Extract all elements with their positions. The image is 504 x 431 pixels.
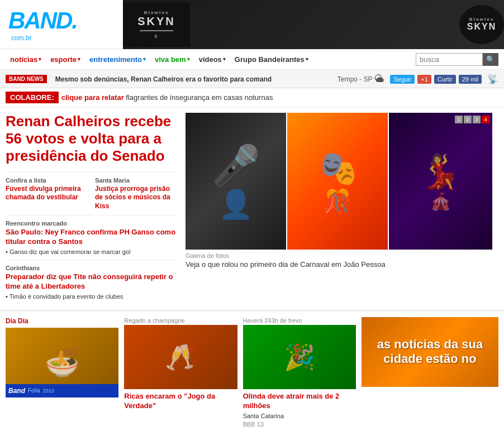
bbb-label: BBB 13 [243,421,356,428]
bottom-story-title-3[interactable]: Olinda deve atrair mais de 2 milhões [243,392,356,411]
chevron-down-icon: ▾ [306,56,308,62]
medium-sub-1: • Ganso diz que vai comemorar se marcar … [6,248,179,255]
social-buttons: Seguir +1 Curtir 29 mil [390,75,482,84]
gallery-label: Galeria de fotos [186,252,498,259]
main-headline[interactable]: Renan Calheiros recebe 56 votos e volta … [6,113,179,165]
gallery-photo-concert[interactable]: 🎤 👤 [186,113,286,250]
gallery-nav: 1 2 3 4 [455,116,489,123]
medium-story-1: Reencontro marcado São Paulo: Ney Franco… [6,215,179,255]
chevron-down-icon: ▾ [39,56,41,62]
gallery-grid: 🎤 👤 🎭 🎊 💃 🎪 [186,113,498,250]
bottom-col-champagne: Regado a champagne 🥂 Ricas encaram o "Jo… [124,317,237,428]
medium-title-2[interactable]: Preparador diz que Tite não conseguirá r… [6,272,179,291]
gallery-caption: Galeria de fotos Veja o que rolou no pri… [186,252,498,269]
weather-widget: Tempo - SP 🌥 [337,73,385,85]
gallery-dot-3[interactable]: 3 [473,116,481,123]
bottom-story-title-2[interactable]: Ricas encaram o "Jogo da Verdade" [124,392,237,411]
facebook-curtir-button[interactable]: Curtir [434,75,456,84]
gallery-dot-1[interactable]: 1 [455,116,463,123]
right-column: 🎤 👤 🎭 🎊 💃 🎪 [186,113,498,304]
colabore-badge: COLABORE: [6,92,59,103]
gallery-dot-4[interactable]: 4 [482,116,489,123]
gallery-container: 🎤 👤 🎭 🎊 💃 🎪 [186,113,498,269]
bottom-story-label-2: Regado a champagne [124,317,237,324]
bandnews-badge: BAND NEWS [6,75,47,83]
nav-grupo[interactable]: Grupo Bandeirantes▾ [230,55,313,64]
gallery-title[interactable]: Veja o que rolou no primeiro dia de Carn… [186,260,498,269]
sub-story-1: Confira a lista Fuvest divulga primeira … [6,177,89,211]
colabore-text: clique para relatar flagrantes de insegu… [61,93,273,102]
ad-skyn-right: Blowtex SKYN [459,5,504,44]
bottom-section-label-1: Dia Dia [6,317,118,325]
news-ticker: BAND NEWS Mesmo sob denúncias, Renan Cal… [0,70,504,88]
logo[interactable]: BAND. [8,7,115,34]
twitter-follow-button[interactable]: Seguir [390,75,415,84]
colabore-bar: COLABORE: clique para relatar flagrantes… [0,88,504,107]
search-area: 🔍 [416,53,498,66]
story-label-1: Confira a lista [6,177,89,184]
logo-sub: com.br [11,34,115,42]
nav: notícias▾ esporte▾ entretenimento▾ viva … [0,49,504,70]
nav-noticias[interactable]: notícias▾ [6,55,46,64]
medium-label-1: Reencontro marcado [6,220,179,227]
bottom-photo-party[interactable]: 🥂 [124,325,237,389]
ad-banner[interactable]: Blowtex SKYN 6 Blowtex SKYN [123,0,504,49]
gallery-photo-carnival[interactable]: 🎭 🎊 [287,113,388,250]
bottom-story-label-3: Haverá 243h de frevo [243,317,356,324]
sub-story-2: Santa Maria Justiça prorroga prisão de s… [95,177,179,211]
search-input[interactable] [416,53,483,66]
story-title-1[interactable]: Fuvest divulga primeira chamada do vesti… [6,185,89,202]
medium-sub-2: • Timão é convidado para evento de clube… [6,293,179,300]
nav-videos[interactable]: vídeos▾ [194,55,230,64]
bottom-col-diad: Dia Dia 🍜 Band Folia 2013 [6,317,118,428]
gallery-photo-dance[interactable]: 💃 🎪 1 2 3 4 [389,113,492,250]
story-title-2[interactable]: Justiça prorroga prisão de sócios e músi… [95,185,179,211]
nav-vivabem[interactable]: viva bem▾ [150,55,194,64]
chevron-down-icon: ▾ [78,56,80,62]
nav-entretenimento[interactable]: entretenimento▾ [85,55,150,64]
bottom-section: Dia Dia 🍜 Band Folia 2013 Regado a champ… [0,310,504,431]
medium-title-1[interactable]: São Paulo: Ney Franco confirma PH Ganso … [6,228,179,247]
ad-skyn: Blowtex SKYN 6 Blowtex SKYN [123,0,504,49]
nav-esporte[interactable]: esporte▾ [46,55,85,64]
rss-icon[interactable]: 📡 [487,74,498,84]
gallery-dot-2[interactable]: 2 [464,116,472,123]
bottom-story-sub-3: Santa Catarina [243,413,356,419]
weather-icon: 🌥 [374,73,384,85]
search-button[interactable]: 🔍 [483,53,498,66]
ad-skyn-left: Blowtex SKYN 6 [123,2,190,47]
medium-story-2: Corinthians Preparador diz que Tite não … [6,260,179,300]
left-column: Renan Calheiros recebe 56 votos e volta … [6,113,179,304]
story-label-2: Santa Maria [95,177,179,184]
ticker-text: Mesmo sob denúncias, Renan Calheiros era… [55,75,332,83]
gplus-button[interactable]: +1 [417,75,431,84]
ad-brand-right: SKYN [467,22,496,32]
sub-story-row: Confira a lista Fuvest divulga primeira … [6,172,179,211]
bottom-photo-carnival[interactable]: 🎉 [243,325,356,389]
logo-area: BAND. com.br [0,2,123,47]
colabore-link[interactable]: clique para relatar [61,93,124,102]
main-content: Renan Calheiros recebe 56 votos e volta … [0,107,504,310]
header: BAND. com.br Blowtex SKYN 6 Blowtex SKYN [0,0,504,49]
bottom-ad[interactable]: as notícias da sua cidade estão no [362,317,498,387]
social-count: 29 mil [459,75,482,84]
colabore-rest: flagrantes de insegurança em casas notur… [126,93,273,102]
bottom-promo: as notícias da sua cidade estão no [362,317,498,428]
ad-brand-left: SKYN [137,15,175,28]
bottom-col-olinda: Haverá 243h de frevo 🎉 Olinda deve atrai… [243,317,356,428]
chevron-down-icon: ▾ [187,56,190,62]
medium-label-2: Corinthians [6,265,179,271]
bottom-ad-text: as notícias da sua cidade estão no [362,337,498,367]
chevron-down-icon: ▾ [143,56,146,62]
chevron-down-icon: ▾ [223,56,226,62]
bottom-photo-food[interactable]: 🍜 Band Folia 2013 [6,328,118,398]
weather-label: Tempo - SP [337,75,373,83]
